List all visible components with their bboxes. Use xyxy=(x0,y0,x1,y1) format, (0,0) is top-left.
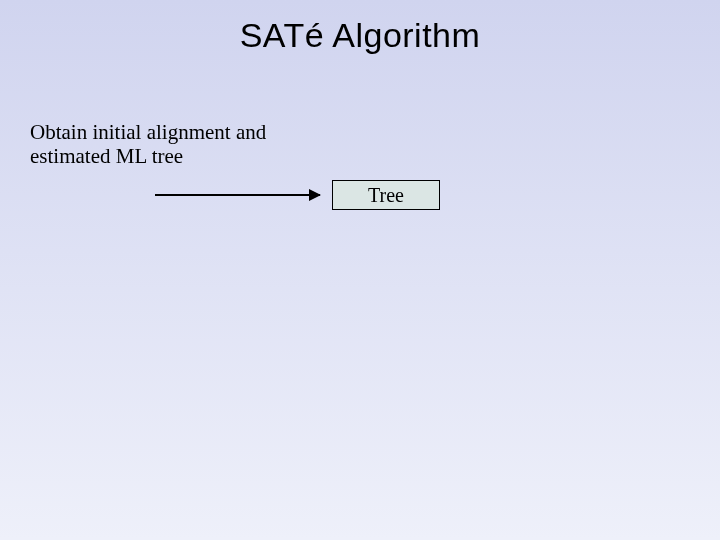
tree-box-label: Tree xyxy=(368,184,404,207)
tree-box: Tree xyxy=(332,180,440,210)
slide-title: SATé Algorithm xyxy=(0,16,720,55)
step-description: Obtain initial alignment and estimated M… xyxy=(30,120,290,168)
arrow-to-tree xyxy=(155,194,320,196)
